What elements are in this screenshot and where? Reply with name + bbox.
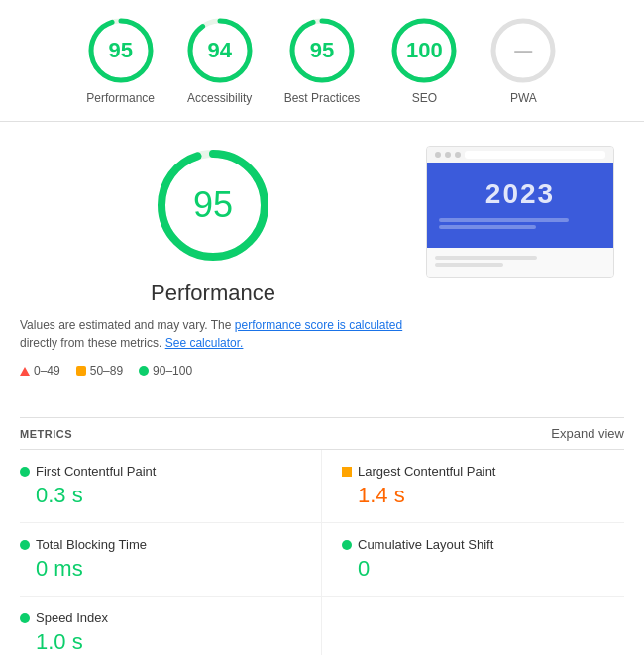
performance-score: 95 (108, 38, 132, 63)
fcp-value: 0.3 s (36, 483, 301, 508)
perf-score-link[interactable]: performance score is calculated (235, 318, 402, 332)
legend-red-label: 0–49 (34, 364, 60, 378)
lcp-dot (342, 467, 352, 477)
tbt-label: Total Blocking Time (36, 537, 147, 552)
tab-performance[interactable]: 95 Performance (86, 16, 156, 105)
score-legend: 0–49 50–89 90–100 (20, 364, 406, 378)
fcp-label-row: First Contentful Paint (20, 464, 301, 479)
best-practices-score: 95 (310, 38, 334, 63)
green-dot-icon (139, 366, 149, 376)
si-label-row: Speed Index (20, 610, 301, 625)
perf-description: Values are estimated and may vary. The p… (20, 316, 406, 352)
tab-pwa[interactable]: — PWA (488, 16, 558, 105)
seo-label: SEO (412, 91, 437, 105)
tab-accessibility[interactable]: 94 Accessibility (185, 16, 255, 105)
main-panel: 95 Performance Values are estimated and … (0, 122, 644, 417)
thumb-dot-2 (445, 152, 451, 158)
metric-fcp: First Contentful Paint 0.3 s (20, 450, 322, 523)
metric-empty (322, 597, 624, 655)
tbt-value: 0 ms (36, 556, 301, 582)
expand-view-button[interactable]: Expand view (551, 426, 624, 441)
cls-dot (342, 540, 352, 550)
legend-green-label: 90–100 (153, 364, 192, 378)
thumb-footer-line-2 (435, 263, 503, 267)
tbt-dot (20, 540, 30, 550)
thumb-text-lines (439, 218, 601, 229)
best-practices-label: Best Practices (284, 91, 361, 105)
accessibility-label: Accessibility (187, 91, 252, 105)
metrics-section: METRICS Expand view First Contentful Pai… (0, 418, 644, 655)
thumb-dot-3 (455, 152, 461, 158)
thumb-line-2 (439, 225, 536, 229)
si-label: Speed Index (36, 610, 108, 625)
thumb-line-1 (439, 218, 569, 222)
accessibility-gauge: 94 (185, 16, 255, 85)
metric-cls: Cumulative Layout Shift 0 (322, 523, 624, 597)
tab-best-practices[interactable]: 95 Best Practices (284, 16, 361, 105)
tab-seo[interactable]: 100 SEO (389, 16, 459, 105)
pwa-gauge: — (488, 16, 558, 85)
thumb-browser-bar (427, 147, 613, 163)
metrics-grid: First Contentful Paint 0.3 s Largest Con… (20, 450, 624, 655)
thumb-footer (427, 248, 613, 277)
si-dot (20, 613, 30, 623)
calculator-link[interactable]: See calculator. (165, 336, 244, 350)
left-panel: 95 Performance Values are estimated and … (20, 146, 406, 393)
right-panel: 2023 (426, 146, 624, 393)
legend-orange: 50–89 (76, 364, 123, 378)
fcp-dot (20, 467, 30, 477)
cls-label: Cumulative Layout Shift (358, 537, 493, 552)
metric-si: Speed Index 1.0 s (20, 597, 322, 655)
si-value: 1.0 s (36, 629, 301, 655)
category-tabs: 95 Performance 94 Accessibility 95 Best … (0, 0, 644, 122)
main-score: 95 (193, 184, 233, 226)
thumb-content-area: 2023 (427, 163, 613, 248)
metric-lcp: Largest Contentful Paint 1.4 s (322, 450, 624, 523)
page-thumbnail: 2023 (426, 146, 614, 278)
thumb-year-text: 2023 (439, 178, 601, 210)
accessibility-score: 94 (207, 38, 231, 63)
cls-value: 0 (358, 556, 624, 582)
legend-green: 90–100 (139, 364, 192, 378)
lcp-label-row: Largest Contentful Paint (342, 464, 624, 479)
thumb-footer-line-1 (435, 256, 537, 260)
metrics-header: METRICS Expand view (20, 418, 624, 450)
lcp-value: 1.4 s (358, 483, 624, 508)
pwa-label: PWA (510, 91, 537, 105)
performance-label: Performance (86, 91, 155, 105)
red-triangle-icon (20, 367, 30, 376)
orange-square-icon (76, 366, 86, 376)
metric-tbt: Total Blocking Time 0 ms (20, 523, 322, 597)
thumb-dot-1 (435, 152, 441, 158)
seo-gauge: 100 (389, 16, 459, 85)
fcp-label: First Contentful Paint (36, 464, 156, 479)
thumb-url-bar (465, 151, 605, 159)
seo-score: 100 (406, 38, 443, 63)
pwa-score: — (514, 41, 532, 61)
performance-gauge: 95 (86, 16, 156, 85)
tbt-label-row: Total Blocking Time (20, 537, 301, 552)
metrics-title: METRICS (20, 428, 72, 440)
lcp-label: Largest Contentful Paint (358, 464, 495, 479)
legend-red: 0–49 (20, 364, 60, 378)
main-gauge: 95 (154, 146, 272, 265)
cls-label-row: Cumulative Layout Shift (342, 537, 624, 552)
best-practices-gauge: 95 (287, 16, 357, 85)
legend-orange-label: 50–89 (90, 364, 123, 378)
main-title: Performance (20, 280, 406, 306)
